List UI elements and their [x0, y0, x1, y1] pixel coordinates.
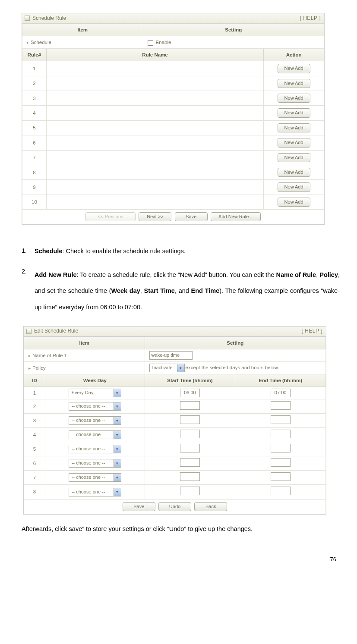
start-time-input[interactable]: [180, 458, 200, 467]
table-row: 8New Add: [22, 165, 324, 179]
weekday-select[interactable]: -- choose one --▾: [69, 402, 121, 411]
new-add-button[interactable]: New Add: [278, 168, 310, 177]
th-start: Start Time (hh:mm): [145, 374, 235, 386]
undo-button[interactable]: Undo: [158, 502, 191, 511]
end-time-input[interactable]: [271, 401, 291, 410]
end-time-input[interactable]: [271, 444, 291, 452]
start-time-input[interactable]: [180, 430, 200, 438]
table-row: 5-- choose one --▾: [24, 442, 326, 456]
start-time-input[interactable]: [180, 415, 200, 424]
row-schedule-setting: Enable: [143, 36, 324, 49]
chevron-down-icon: ▾: [114, 431, 121, 439]
start-time-input[interactable]: [180, 444, 200, 452]
table-row: 1Every Day▾06:0007:00: [24, 386, 326, 399]
weekday-select[interactable]: -- choose one --▾: [69, 473, 121, 482]
collapse-icon[interactable]: [26, 329, 32, 334]
table-row: 1New Add: [22, 61, 324, 76]
table-row: 2-- choose one --▾: [24, 399, 326, 413]
start-time-input[interactable]: [180, 487, 200, 495]
id-cell: 4: [24, 428, 45, 442]
rule-name-cell: [46, 91, 263, 105]
weekday-select[interactable]: -- choose one --▾: [69, 416, 121, 425]
id-cell: 5: [24, 442, 45, 456]
start-cell: [145, 414, 235, 428]
start-cell: [145, 456, 235, 471]
new-add-button[interactable]: New Add: [278, 64, 310, 73]
new-add-button[interactable]: New Add: [278, 79, 310, 88]
new-add-button[interactable]: New Add: [278, 153, 310, 162]
chevron-down-icon: ▾: [177, 364, 184, 372]
new-add-button[interactable]: New Add: [278, 138, 310, 147]
end-time-input[interactable]: 07:00: [271, 389, 291, 397]
rule-num: 2: [22, 76, 47, 91]
add-new-rule-button[interactable]: Add New Rule...: [211, 212, 261, 221]
new-add-button[interactable]: New Add: [278, 198, 310, 207]
name-of-rule-setting: wake-up time: [145, 349, 325, 361]
collapse-icon[interactable]: [25, 16, 30, 21]
id-cell: 7: [24, 471, 45, 485]
th-item2: Item: [24, 336, 145, 349]
th-setting2: Setting: [145, 336, 325, 349]
panel2-footer: Save Undo Back: [24, 499, 326, 514]
chevron-down-icon: ▾: [114, 474, 121, 481]
table-row: 3-- choose one --▾: [24, 414, 326, 428]
new-add-button[interactable]: New Add: [278, 182, 310, 192]
end-time-input[interactable]: [271, 415, 291, 424]
rule-num: 1: [22, 61, 47, 76]
start-time-input[interactable]: [180, 472, 200, 481]
weekday-cell: -- choose one --▾: [45, 456, 145, 471]
th-id: ID: [24, 374, 45, 386]
th-rule-name: Rule Name: [46, 49, 263, 61]
weekday-cell: -- choose one --▾: [45, 428, 145, 442]
next-button[interactable]: Next >>: [139, 212, 171, 221]
schedule-rule-panel: Schedule Rule [ HELP ] Item Setting ▸Sch…: [22, 13, 325, 225]
back-button[interactable]: Back: [194, 502, 227, 511]
panel2-title: Edit Schedule Rule: [34, 327, 302, 335]
policy-select[interactable]: Inactivate▾: [149, 364, 185, 372]
action-cell: New Add: [264, 180, 324, 195]
weekday-select[interactable]: -- choose one --▾: [69, 459, 121, 468]
id-cell: 2: [24, 399, 45, 413]
rule-name-cell: [46, 135, 263, 150]
end-time-input[interactable]: [271, 472, 291, 481]
help-link[interactable]: [ HELP ]: [302, 327, 322, 335]
id-cell: 1: [24, 386, 45, 399]
rule-num: 6: [22, 135, 47, 150]
weekday-select[interactable]: -- choose one --▾: [69, 430, 121, 439]
end-time-input[interactable]: [271, 487, 291, 495]
rule-name-cell: [46, 150, 263, 165]
rule-name-input[interactable]: wake-up time: [149, 351, 193, 360]
action-cell: New Add: [264, 135, 324, 150]
chevron-down-icon: ▾: [114, 488, 121, 496]
new-add-button[interactable]: New Add: [278, 94, 310, 103]
panel-titlebar: Schedule Rule [ HELP ]: [22, 13, 324, 23]
table-row: 5New Add: [22, 120, 324, 135]
th-item: Item: [22, 24, 143, 36]
chevron-down-icon: ▾: [114, 402, 121, 410]
rule-name-cell: [46, 180, 263, 195]
start-time-input[interactable]: [180, 401, 200, 410]
weekday-select[interactable]: -- choose one --▾: [69, 445, 121, 453]
weekday-select[interactable]: -- choose one --▾: [69, 488, 121, 496]
start-cell: [145, 399, 235, 413]
prev-button: << Previous: [85, 212, 136, 221]
end-time-input[interactable]: [271, 458, 291, 467]
weekday-select[interactable]: Every Day▾: [69, 389, 121, 397]
chevron-down-icon: ▾: [114, 459, 121, 467]
new-add-button[interactable]: New Add: [278, 123, 310, 132]
schedule-table: Item Setting ▸Schedule Enable Rule# Rule…: [22, 23, 324, 224]
rule-num: 10: [22, 195, 47, 209]
help-link[interactable]: [ HELP ]: [300, 15, 321, 22]
end-cell: [235, 456, 326, 471]
start-cell: 06:00: [145, 386, 235, 399]
instruction-1-num: 1.: [22, 246, 35, 256]
end-time-input[interactable]: [271, 430, 291, 438]
enable-checkbox[interactable]: [148, 40, 153, 46]
save-button[interactable]: Save: [123, 502, 155, 511]
start-time-input[interactable]: 06:00: [180, 389, 200, 397]
new-add-button[interactable]: New Add: [278, 108, 310, 117]
instruction-2-text: Add New Rule: To create a schedule rule,…: [35, 267, 340, 316]
rule-name-cell: [46, 195, 263, 209]
save-button[interactable]: Save: [175, 212, 208, 221]
end-cell: [235, 471, 326, 485]
